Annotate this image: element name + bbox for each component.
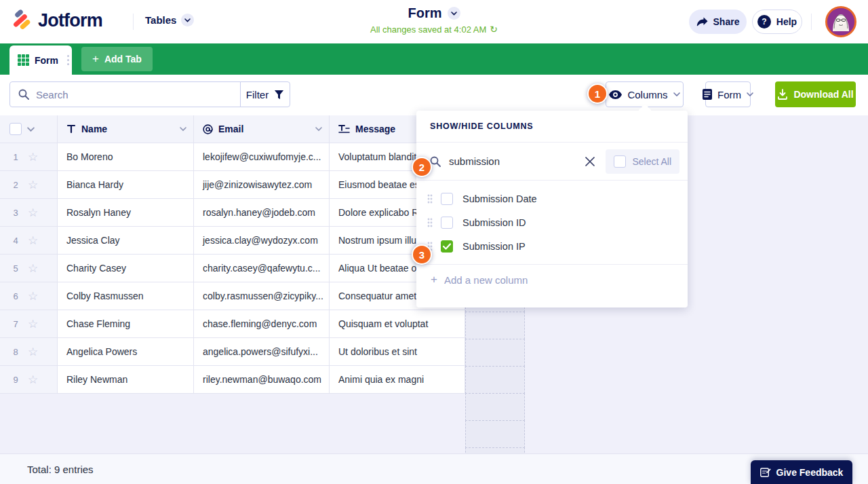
add-new-column-label: Add a new column: [444, 274, 528, 286]
cell-name[interactable]: Chase Fleming: [58, 310, 194, 338]
cell-email[interactable]: jije@zinizowisawytez.com: [194, 171, 330, 199]
add-new-column-button[interactable]: + Add a new column: [416, 264, 688, 295]
filter-label: Filter: [246, 89, 269, 100]
cell-name[interactable]: Bianca Hardy: [58, 171, 194, 199]
select-all-rows-checkbox[interactable]: [9, 123, 22, 135]
column-checkbox[interactable]: [441, 217, 453, 229]
show-hide-columns-panel: SHOW/HIDE COLUMNS Select All Submission …: [416, 111, 688, 308]
column-header-email[interactable]: Email: [194, 115, 330, 143]
add-tab-label: Add Tab: [104, 54, 142, 64]
cell-email[interactable]: jessica.clay@wydozyx.com: [194, 227, 330, 255]
text-field-icon: [66, 124, 76, 134]
column-header-label: Name: [81, 124, 107, 134]
cell-message[interactable]: Ut doloribus et sint: [330, 338, 465, 366]
new-column-cell: [465, 420, 525, 448]
at-sign-icon: [203, 124, 213, 134]
search-box: [9, 81, 241, 107]
chevron-down-icon[interactable]: [315, 127, 322, 131]
panel-search-row: Select All: [416, 143, 688, 181]
star-icon[interactable]: ☆: [28, 318, 38, 330]
column-toggle-submission-ip[interactable]: Submission IP: [416, 234, 688, 258]
cell-email[interactable]: rosalyn.haney@jodeb.com: [194, 199, 330, 227]
star-icon[interactable]: ☆: [28, 346, 38, 358]
cell-email[interactable]: colby.rasmussen@zicypiky...: [194, 282, 330, 310]
select-all-columns-toggle[interactable]: Select All: [606, 149, 679, 174]
new-column-cell: [465, 366, 525, 394]
table-row: 8☆Angelica Powersangelica.powers@sifufyx…: [0, 338, 525, 366]
total-entries: Total: 9 entries: [27, 454, 94, 484]
columns-label: Columns: [627, 89, 667, 100]
cell-name[interactable]: Charity Casey: [58, 255, 194, 282]
star-icon[interactable]: ☆: [28, 151, 38, 163]
cell-name[interactable]: Bo Moreno: [58, 143, 194, 171]
add-tab-button[interactable]: + Add Tab: [81, 47, 153, 71]
form-view-button[interactable]: Form: [705, 81, 751, 107]
chevron-down-icon[interactable]: [27, 127, 35, 132]
table-row: 9☆Riley Newmanriley.newman@buwaqo.comAni…: [0, 366, 525, 394]
cell-name[interactable]: Angelica Powers: [58, 338, 194, 366]
column-search-input[interactable]: [449, 155, 574, 167]
tab-form[interactable]: Form: [9, 45, 72, 75]
star-icon[interactable]: ☆: [28, 207, 38, 219]
drag-handle-icon[interactable]: [427, 218, 433, 227]
star-icon[interactable]: ☆: [28, 291, 38, 302]
cell-name[interactable]: Rosalyn Haney: [58, 199, 194, 227]
row-select-cell: 4☆: [0, 227, 58, 255]
tab-menu-kebab-icon[interactable]: [65, 53, 71, 67]
search-input[interactable]: [36, 89, 232, 100]
title-chevron-down-icon[interactable]: [448, 7, 460, 20]
filter-funnel-icon: [274, 90, 284, 100]
column-toggle-submission-date[interactable]: Submission Date: [416, 187, 688, 210]
select-all-checkbox[interactable]: [614, 155, 626, 168]
column-header-label: Message: [355, 124, 395, 134]
help-button[interactable]: ? Help: [752, 10, 802, 34]
chevron-down-icon[interactable]: [180, 127, 186, 131]
column-header-name[interactable]: Name: [58, 115, 194, 143]
cell-email[interactable]: lekojifew@cuxiwufomyje.c...: [194, 143, 330, 171]
row-number: 9: [9, 375, 22, 385]
user-avatar[interactable]: [825, 6, 856, 37]
download-all-button[interactable]: Download All: [775, 81, 856, 107]
grid-table-icon: [18, 54, 29, 66]
give-feedback-button[interactable]: Give Feedback: [751, 460, 852, 484]
column-label: Submission Date: [462, 193, 537, 204]
star-icon[interactable]: ☆: [28, 374, 38, 386]
drag-handle-icon[interactable]: [427, 194, 433, 204]
column-list: Submission DateSubmission IDSubmission I…: [416, 181, 688, 264]
cell-name[interactable]: Riley Newman: [58, 366, 194, 394]
share-label: Share: [713, 16, 740, 27]
search-icon: [18, 89, 29, 100]
star-icon[interactable]: ☆: [28, 235, 38, 246]
header-divider: [811, 14, 812, 30]
columns-button[interactable]: Columns: [606, 81, 684, 107]
clear-search-icon[interactable]: [583, 154, 597, 169]
cell-message[interactable]: Quisquam et voluptat: [330, 310, 465, 338]
cell-message[interactable]: Animi quia ex magni: [330, 366, 465, 394]
star-icon[interactable]: ☆: [28, 179, 38, 191]
share-button[interactable]: Share: [689, 10, 747, 34]
row-select-cell: 5☆: [0, 255, 58, 282]
cell-email[interactable]: riley.newman@buwaqo.com: [194, 366, 330, 394]
row-number: 7: [9, 319, 22, 329]
column-checkbox[interactable]: [441, 193, 453, 205]
share-arrow-icon: [696, 17, 708, 26]
plus-icon: +: [431, 273, 437, 286]
cell-email[interactable]: charity.casey@qafewytu.c...: [194, 255, 330, 282]
eye-icon: [609, 90, 622, 99]
filter-button[interactable]: Filter: [240, 81, 290, 107]
row-number: 8: [9, 347, 22, 357]
page-title[interactable]: Form: [408, 5, 442, 21]
star-icon[interactable]: ☆: [28, 263, 38, 274]
jotform-tables-app: Jotform Tables Form All changes saved at…: [0, 0, 868, 484]
column-toggle-submission-id[interactable]: Submission ID: [416, 210, 688, 234]
cell-name[interactable]: Jessica Clay: [58, 227, 194, 255]
row-select-cell: 6☆: [0, 282, 58, 310]
column-header-label: Email: [218, 124, 243, 134]
select-all-label: Select All: [632, 156, 671, 167]
row-number: 4: [9, 236, 22, 246]
form-document-icon: [703, 89, 712, 100]
cell-name[interactable]: Colby Rasmussen: [58, 282, 194, 310]
cell-email[interactable]: angelica.powers@sifufyxi...: [194, 338, 330, 366]
cell-email[interactable]: chase.fleming@denyc.com: [194, 310, 330, 338]
column-checkbox[interactable]: [441, 240, 453, 253]
